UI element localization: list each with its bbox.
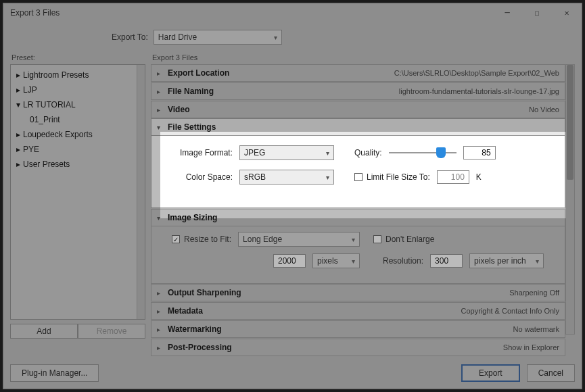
panel-export-location[interactable]: ▸ Export Location C:\Users\SLRLO\Desktop… xyxy=(151,64,565,82)
panel-file-settings-header[interactable]: ▾ File Settings xyxy=(151,118,565,136)
resize-to-fit-label: Resize to Fit: xyxy=(184,235,231,244)
titlebar: Export 3 Files ─ ☐ ✕ xyxy=(3,3,582,22)
preset-item[interactable]: ▸Lightroom Presets xyxy=(14,68,142,82)
right-heading: Export 3 Files xyxy=(151,52,575,64)
maximize-button[interactable]: ☐ xyxy=(522,3,552,22)
triangle-down-icon: ▾ xyxy=(157,124,164,131)
scrollbar-thumb[interactable] xyxy=(567,65,574,180)
chevron-down-icon: ▾ xyxy=(352,236,355,243)
panel-file-naming[interactable]: ▸ File Naming lightroom-fundamental-tuto… xyxy=(151,82,565,100)
panel-post-processing[interactable]: ▸ Post-Processing Show in Explorer xyxy=(151,339,565,356)
export-dialog: Export 3 Files ─ ☐ ✕ Export To: Hard Dri… xyxy=(3,3,582,389)
resize-mode-select[interactable]: Long Edge ▾ xyxy=(238,232,360,247)
chevron-down-icon: ▾ xyxy=(326,149,329,157)
triangle-right-icon: ▸ xyxy=(16,160,20,169)
size-input[interactable]: 2000 xyxy=(273,254,306,268)
triangle-right-icon: ▸ xyxy=(16,145,20,154)
triangle-right-icon: ▸ xyxy=(157,70,164,77)
quality-slider[interactable] xyxy=(389,146,457,160)
dont-enlarge-checkbox[interactable] xyxy=(373,235,381,243)
remove-preset-button[interactable]: Remove xyxy=(78,324,145,339)
close-button[interactable]: ✕ xyxy=(552,3,582,22)
preset-item[interactable]: ▸LJP xyxy=(14,82,142,97)
triangle-right-icon: ▸ xyxy=(16,70,20,80)
preset-item[interactable]: ▸User Presets xyxy=(14,157,142,172)
panel-file-settings-body: Image Format: JPEG ▾ Quality: xyxy=(151,136,565,208)
triangle-right-icon: ▸ xyxy=(16,85,20,95)
export-to-select[interactable]: Hard Drive ▾ xyxy=(154,30,282,45)
chevron-down-icon: ▾ xyxy=(536,258,539,265)
panel-watermarking[interactable]: ▸ Watermarking No watermark xyxy=(151,320,565,338)
triangle-right-icon: ▸ xyxy=(157,88,164,95)
triangle-right-icon: ▸ xyxy=(157,326,164,333)
export-to-row: Export To: Hard Drive ▾ xyxy=(3,22,582,52)
preset-item-child[interactable]: 01_Print xyxy=(14,112,142,127)
panels-scrollbar[interactable] xyxy=(565,64,575,335)
preset-item[interactable]: ▸PYE xyxy=(14,142,142,157)
size-unit-select[interactable]: pixels ▾ xyxy=(312,253,360,268)
cancel-button[interactable]: Cancel xyxy=(527,364,575,382)
preset-label: Preset: xyxy=(10,52,145,64)
quality-label: Quality: xyxy=(354,148,382,157)
limit-file-size-label: Limit File Size To: xyxy=(367,172,430,182)
triangle-right-icon: ▸ xyxy=(157,308,164,315)
dont-enlarge-label: Don't Enlarge xyxy=(385,235,434,244)
panel-image-sizing-header[interactable]: ▾ Image Sizing xyxy=(151,209,565,226)
preset-scrollbar[interactable] xyxy=(137,65,145,319)
limit-file-size-checkbox[interactable] xyxy=(354,173,362,181)
minimize-button[interactable]: ─ xyxy=(492,3,522,22)
image-format-label: Image Format: xyxy=(165,148,233,157)
triangle-right-icon: ▸ xyxy=(16,130,20,139)
limit-file-size-unit: K xyxy=(476,172,482,182)
color-space-label: Color Space: xyxy=(165,172,233,182)
limit-file-size-input[interactable]: 100 xyxy=(437,170,469,184)
chevron-down-icon: ▾ xyxy=(326,174,329,181)
add-preset-button[interactable]: Add xyxy=(10,324,78,339)
resolution-unit-select[interactable]: pixels per inch ▾ xyxy=(469,253,544,268)
preset-list[interactable]: ▸Lightroom Presets ▸LJP ▾LR TUTORIAL 01_… xyxy=(10,64,145,320)
panel-metadata[interactable]: ▸ Metadata Copyright & Contact Info Only xyxy=(151,302,565,320)
resolution-label: Resolution: xyxy=(383,256,423,266)
triangle-down-icon: ▾ xyxy=(16,100,20,109)
plugin-manager-button[interactable]: Plug-in Manager... xyxy=(10,364,99,382)
triangle-right-icon: ▸ xyxy=(157,344,164,351)
triangle-right-icon: ▸ xyxy=(157,106,164,114)
image-format-select[interactable]: JPEG ▾ xyxy=(239,145,334,160)
triangle-right-icon: ▸ xyxy=(157,289,164,297)
preset-item[interactable]: ▸Loupedeck Exports xyxy=(14,127,142,142)
export-to-label: Export To: xyxy=(112,32,148,42)
resize-to-fit-checkbox[interactable]: ✓ xyxy=(172,235,180,243)
preset-item[interactable]: ▾LR TUTORIAL xyxy=(14,97,142,112)
panel-video[interactable]: ▸ Video No Video xyxy=(151,101,565,118)
chevron-down-icon: ▾ xyxy=(274,34,277,41)
color-space-select[interactable]: sRGB ▾ xyxy=(239,170,334,185)
export-button[interactable]: Export xyxy=(461,364,520,382)
footer: Plug-in Manager... Export Cancel xyxy=(10,364,575,382)
triangle-down-icon: ▾ xyxy=(157,214,164,222)
chevron-down-icon: ▾ xyxy=(352,258,355,265)
panel-image-sizing-body: ✓ Resize to Fit: Long Edge ▾ Don't Enlar… xyxy=(151,226,565,284)
quality-input[interactable]: 85 xyxy=(463,146,496,160)
window-title: Export 3 Files xyxy=(10,8,60,18)
resolution-input[interactable]: 300 xyxy=(430,254,463,268)
panel-output-sharpening[interactable]: ▸ Output Sharpening Sharpening Off xyxy=(151,284,565,301)
